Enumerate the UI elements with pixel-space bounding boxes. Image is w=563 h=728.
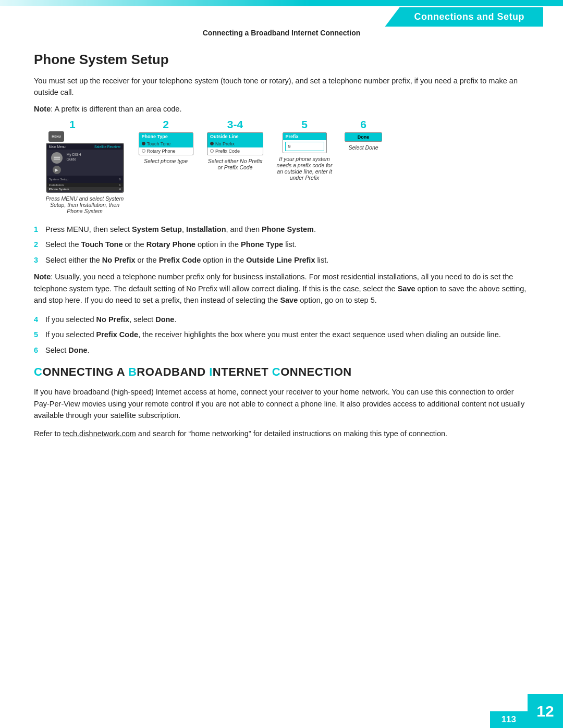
menu-icon-box: MENU xyxy=(48,131,64,142)
step6-caption: Select Done xyxy=(348,144,378,151)
step6-col: 6 Done Select Done xyxy=(340,118,387,151)
step-num-2: 2 xyxy=(34,239,45,250)
step-text-6: Select Done. xyxy=(45,344,90,356)
outside-line-box: Outside Line No Prefix Prefix Code xyxy=(207,132,263,155)
intro-text: You must set up the receiver for your te… xyxy=(34,75,529,98)
chapter-tab: 12 xyxy=(528,694,563,728)
step-item-1: 1 Press MENU, then select System Setup, … xyxy=(34,224,529,235)
done-selected: Done xyxy=(345,133,382,141)
note1: Note: A prefix is different than an area… xyxy=(34,105,529,113)
phone-type-opt1: Touch Tone xyxy=(139,140,193,147)
menu-text: MENU xyxy=(52,135,61,138)
step-num-4: 4 xyxy=(34,314,45,325)
tv-install: Installation xyxy=(49,183,64,187)
step5-label: 5 xyxy=(301,118,308,131)
step5-col: 5 Prefix 9 If your phone system needs a … xyxy=(273,118,336,181)
outside-opt2: Prefix Code xyxy=(207,147,263,155)
note2-block: Note: Usually, you need a telephone numb… xyxy=(34,271,529,306)
section2-title: CONNECTING A BROADBAND INTERNET CONNECTI… xyxy=(34,365,529,379)
step34-label: 3-4 xyxy=(227,118,243,131)
steps-list: 1 Press MENU, then select System Setup, … xyxy=(34,224,529,266)
step-text-3: Select either the No Prefix or the Prefi… xyxy=(45,254,328,266)
step-item-3: 3 Select either the No Prefix or the Pre… xyxy=(34,254,529,266)
note1-label: Note xyxy=(34,105,51,113)
outside-opt1: No Prefix xyxy=(207,140,263,147)
note1-body: : A prefix is different than an area cod… xyxy=(51,105,181,113)
note2-end: option, go on to step 5. xyxy=(298,296,377,304)
section2-body1: If you have broadband (high-speed) Inter… xyxy=(34,386,529,421)
section2-body2-pre: Refer to xyxy=(34,429,63,438)
step1-label: 1 xyxy=(69,118,76,131)
step2-col: 2 Phone Type Touch Tone Rotary Phone Sel… xyxy=(134,118,197,164)
step-num-1: 1 xyxy=(34,224,45,235)
step-text-4: If you selected No Prefix, select Done. xyxy=(45,314,176,325)
note2-bold1: Save xyxy=(398,285,415,293)
page-number-box: 113 xyxy=(490,711,528,728)
header: Connections and Setup Connecting a Broad… xyxy=(0,0,563,37)
prefix-title: Prefix xyxy=(283,133,326,140)
note2-label: Note xyxy=(34,273,51,281)
prefix-box: Prefix 9 xyxy=(283,132,327,153)
step6-label: 6 xyxy=(360,118,366,131)
section2-body2-post: and search for “home networking” for det… xyxy=(136,429,447,438)
step-num-5: 5 xyxy=(34,329,45,340)
step-item-5: 5 If you selected Prefix Code, the recei… xyxy=(34,329,529,340)
step-item-4: 4 If you selected No Prefix, select Done… xyxy=(34,314,529,325)
step34-caption: Select either No Prefix or Prefix Code xyxy=(205,158,265,170)
outside-line-title: Outside Line xyxy=(207,133,263,140)
step2-label: 2 xyxy=(163,118,169,131)
tv-top-left: Main Menu xyxy=(49,145,66,149)
tv-install-num: 1 xyxy=(119,183,120,187)
tv-phone: Phone System xyxy=(49,188,69,191)
step-item-6: 6 Select Done. xyxy=(34,344,529,356)
diagram-area: 1 MENU Main Menu Satellite Receiver xyxy=(39,118,529,214)
note2-bold2: Save xyxy=(280,296,298,304)
tv-top-right: Satellite Receiver xyxy=(94,145,121,149)
step34-col: 3-4 Outside Line No Prefix Prefix Code S… xyxy=(201,118,269,170)
done-box: Done xyxy=(345,132,382,142)
section1-title: Phone System Setup xyxy=(34,52,529,68)
step-text-2: Select the Touch Tone or the Rotary Phon… xyxy=(45,239,297,250)
section2-body2: Refer to tech.dishnetwork.com and search… xyxy=(34,428,529,439)
tv-phone-num: 4 xyxy=(119,188,120,191)
tv-menu-row1: My DISH xyxy=(66,152,119,157)
page-content: Phone System Setup You must set up the r… xyxy=(0,37,563,481)
tv-menu-row2: Guide xyxy=(66,157,119,162)
step2-caption: Select phone type xyxy=(144,158,188,164)
page-footer: 113 12 xyxy=(490,694,563,728)
step-num-3: 3 xyxy=(34,254,45,266)
phone-type-box: Phone Type Touch Tone Rotary Phone xyxy=(139,132,193,155)
tv-sys-setup: System Setup xyxy=(49,178,68,181)
step-text-1: Press MENU, then select System Setup, In… xyxy=(45,224,316,235)
phone-type-opt2: Rotary Phone xyxy=(139,147,193,155)
step5-caption: If your phone system needs a prefix code… xyxy=(276,156,333,181)
mini-tv: Main Menu Satellite Receiver xyxy=(46,143,124,193)
prefix-value: 9 xyxy=(285,142,324,151)
header-title-bar: Connections and Setup xyxy=(385,7,543,27)
tv-sys-num: 6 xyxy=(119,178,120,181)
phone-type-title: Phone Type xyxy=(139,133,193,140)
header-subtitle: Connecting a Broadband Internet Connecti… xyxy=(203,29,361,37)
step-item-2: 2 Select the Touch Tone or the Rotary Ph… xyxy=(34,239,529,250)
header-top-stripe xyxy=(0,0,563,6)
step1-col: 1 MENU Main Menu Satellite Receiver xyxy=(39,118,130,214)
step-text-5: If you selected Prefix Code, the receive… xyxy=(45,329,501,340)
step1-caption: Press MENU and select System Setup, then… xyxy=(46,195,124,214)
step-num-6: 6 xyxy=(34,344,45,356)
section2-link[interactable]: tech.dishnetwork.com xyxy=(63,429,136,438)
